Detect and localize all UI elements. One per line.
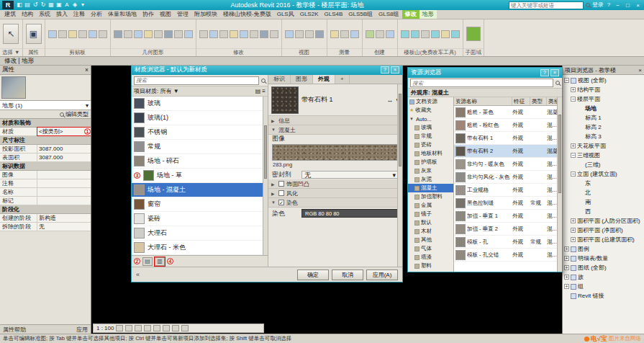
tab-manage[interactable]: 管理: [174, 10, 191, 19]
ribbon-button[interactable]: [209, 30, 218, 38]
tab-systems[interactable]: 系统: [36, 10, 53, 19]
asset-row[interactable]: 模板 - 孔外观常规混...: [454, 236, 562, 249]
material-by-category-value[interactable]: <按类别>1: [37, 128, 91, 135]
dialog-help-icon[interactable]: ?: [540, 69, 549, 76]
tree-item-elevation[interactable]: 东: [563, 179, 644, 188]
tree-item-revit-links[interactable]: Revit 链接: [563, 291, 644, 300]
tree-item-category[interactable]: 常规: [408, 132, 453, 141]
tree-item-views[interactable]: −视图 (全部): [563, 76, 644, 85]
tab-modify[interactable]: 修改: [402, 10, 419, 19]
material-list-item[interactable]: 玻璃(1): [132, 111, 268, 125]
search-icon[interactable]: [586, 3, 590, 7]
section-weathering[interactable]: ▶ 风化: [268, 189, 402, 198]
asset-row-selected[interactable]: 带有石料 2外观混凝: [454, 145, 562, 158]
undo-icon[interactable]: ↺: [32, 1, 38, 9]
tree-item-elevation[interactable]: 西: [563, 207, 644, 216]
ribbon-button[interactable]: [240, 30, 248, 38]
ribbon-button[interactable]: [295, 30, 304, 38]
tree-item-elevations[interactable]: −立面 (建筑立面): [563, 169, 644, 179]
type-selector[interactable]: 地形 (1) ▾: [0, 101, 91, 110]
tree-item-autodesk-library[interactable]: ▼Auto...: [408, 115, 453, 123]
tab-appearance[interactable]: 外观: [313, 75, 335, 84]
tab-insert[interactable]: 插入: [53, 10, 71, 19]
tree-item-category[interactable]: 灰泥: [408, 175, 453, 184]
open-material-library-icon[interactable]: ▥: [155, 257, 165, 266]
asset-table-scrollbar[interactable]: [557, 97, 562, 272]
ribbon-button[interactable]: [68, 30, 77, 38]
detail-level-icon[interactable]: [116, 325, 123, 331]
tree-item-category[interactable]: 地板材料: [408, 149, 453, 158]
tree-item-category[interactable]: 金属: [408, 201, 453, 210]
expand-icon[interactable]: +: [571, 218, 576, 223]
tree-item-site-view[interactable]: 场地: [563, 104, 644, 113]
panel-label-select[interactable]: 选择 ▼: [0, 48, 22, 56]
tree-item-sheets[interactable]: +图纸 (全部): [563, 263, 644, 272]
tree-item-category[interactable]: 护墙板: [408, 158, 453, 166]
collapse-icon[interactable]: −: [571, 153, 576, 158]
ribbon-button[interactable]: [401, 30, 409, 38]
tree-item-category[interactable]: 塑料: [408, 262, 453, 270]
tab-addins[interactable]: 附加模块: [191, 10, 220, 19]
ribbon-button[interactable]: [366, 30, 374, 38]
shadows-icon[interactable]: [144, 325, 151, 331]
tree-item-area-plan[interactable]: +面积平面 (人防分区面积): [563, 216, 644, 226]
asset-row[interactable]: 加强 - 垂直 2外观混...: [454, 223, 562, 236]
tree-item-3d[interactable]: (三维): [563, 160, 644, 169]
asset-row[interactable]: 加强 - 垂直 1外观混...: [454, 210, 562, 223]
ribbon-button[interactable]: [421, 30, 430, 38]
3d-view-icon[interactable]: ◈: [72, 1, 78, 9]
print-icon[interactable]: ▦: [48, 1, 54, 9]
tree-item-category[interactable]: 木材: [408, 227, 453, 236]
property-row-material[interactable]: 材质 <按类别>1: [0, 128, 91, 136]
tree-item-level[interactable]: 标高 2: [563, 122, 644, 132]
maximize-icon[interactable]: □: [624, 2, 632, 9]
asset-row[interactable]: 粗糙 - 茶色外观混凝: [454, 106, 562, 119]
asset-table-header[interactable]: 资源名称 特征 类型 类别: [454, 97, 562, 106]
ribbon-button[interactable]: [260, 30, 268, 38]
tree-item-area-plan[interactable]: +面积平面 (总建筑面积): [563, 235, 644, 244]
properties-button[interactable]: ▣: [26, 24, 42, 44]
reveal-hidden-icon[interactable]: [181, 325, 189, 331]
tab-structure[interactable]: 结构: [19, 10, 36, 19]
material-list-item[interactable]: 3场地 - 草: [132, 169, 268, 183]
tab-gls4b[interactable]: GLS4B: [321, 10, 345, 19]
material-list-item[interactable]: 场地 - 碎石: [132, 154, 268, 169]
ribbon-button[interactable]: [285, 30, 294, 38]
properties-help-link[interactable]: 属性帮助: [3, 326, 26, 334]
cancel-button[interactable]: 取消: [332, 270, 363, 280]
tree-item-category[interactable]: 镜子: [408, 210, 453, 218]
tree-item-structural-plans[interactable]: +结构平面: [563, 85, 644, 94]
finish-bumps-checkbox[interactable]: [278, 181, 284, 187]
sign-in-label[interactable]: 登录: [592, 1, 604, 9]
minimize-icon[interactable]: −: [614, 2, 622, 9]
tab-gls5b[interactable]: GLS5B组: [345, 10, 376, 19]
property-row[interactable]: 表面积 3087.000: [0, 153, 91, 162]
material-list-item[interactable]: 玻璃: [132, 97, 268, 111]
help-icon[interactable]: ?: [606, 1, 612, 9]
sort-menu-icon[interactable]: ≡: [262, 88, 266, 94]
material-list-item[interactable]: 常规: [132, 140, 268, 154]
tree-item-favorites[interactable]: ★收藏夹: [408, 106, 453, 115]
create-material-icon[interactable]: ▤: [142, 257, 153, 266]
tree-item-groups[interactable]: +组: [563, 282, 644, 291]
tab-analyze[interactable]: 分析: [88, 10, 105, 19]
ribbon-button[interactable]: [114, 30, 122, 38]
properties-close-icon[interactable]: ×: [85, 66, 89, 74]
asset-browser-titlebar[interactable]: 资源浏览器 ? ×: [408, 68, 562, 78]
ribbon-button[interactable]: [199, 30, 208, 38]
ribbon-button[interactable]: [305, 30, 314, 38]
material-search-input[interactable]: [134, 76, 259, 85]
tab-massing-site[interactable]: 体量和场地: [105, 10, 140, 19]
concrete-texture-preview[interactable]: [272, 144, 399, 161]
dialog-close-icon[interactable]: ×: [391, 66, 399, 74]
material-list-item[interactable]: 大理石: [132, 226, 268, 241]
tab-gls8[interactable]: GLS8组: [376, 10, 402, 19]
ribbon-button[interactable]: [330, 30, 339, 38]
material-list-scrollbar[interactable]: [263, 97, 268, 255]
tab-collaborate[interactable]: 协作: [140, 10, 157, 19]
tab-view[interactable]: 视图: [157, 10, 174, 19]
tree-item-elevation[interactable]: 南: [563, 197, 644, 207]
visual-style-icon[interactable]: [125, 325, 132, 331]
tree-item-3d-views[interactable]: −三维视图: [563, 151, 644, 160]
ribbon-button[interactable]: [350, 30, 359, 38]
